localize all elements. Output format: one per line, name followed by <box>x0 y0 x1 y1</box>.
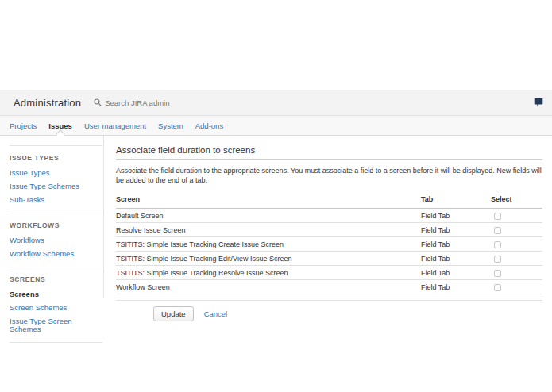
tab-cell: Field Tab <box>421 252 491 266</box>
tab-cell: Field Tab <box>421 280 491 294</box>
table-header-row: Screen Tab Select <box>116 192 542 209</box>
tab-projects[interactable]: Projects <box>10 121 37 130</box>
sidebar: ISSUE TYPES Issue Types Issue Type Schem… <box>10 145 102 343</box>
sidebar-section-workflows: WORKFLOWS Workflows Workflow Schemes <box>10 213 102 267</box>
feedback-button[interactable] <box>534 98 543 107</box>
sidebar-heading-issue-types: ISSUE TYPES <box>10 154 102 162</box>
table-row: Default Screen Field Tab <box>116 209 542 223</box>
select-checkbox[interactable] <box>494 270 501 277</box>
select-checkbox[interactable] <box>494 213 501 220</box>
screens-table: Screen Tab Select Default Screen Field T… <box>116 192 542 294</box>
page-title: Administration <box>14 97 81 109</box>
sidebar-section-screens: SCREENS Screens Screen Schemes Issue Typ… <box>10 267 102 343</box>
content-title: Associate field duration to screens <box>116 143 542 160</box>
select-cell <box>491 209 542 223</box>
tab-cell: Field Tab <box>421 237 491 252</box>
col-header-tab: Tab <box>421 192 491 209</box>
sidebar-item-workflow-schemes[interactable]: Workflow Schemes <box>10 250 102 258</box>
tab-add-ons[interactable]: Add-ons <box>195 121 223 130</box>
sidebar-item-workflows[interactable]: Workflows <box>10 236 102 244</box>
screen-name-cell: TSITITS: Simple Issue Tracking Create Is… <box>116 237 421 252</box>
sidebar-item-sub-tasks[interactable]: Sub-Tasks <box>10 196 102 204</box>
select-cell <box>491 252 542 266</box>
search-input[interactable] <box>105 98 224 107</box>
select-checkbox[interactable] <box>494 241 501 248</box>
sidebar-heading-screens: SCREENS <box>10 275 102 283</box>
sidebar-heading-workflows: WORKFLOWS <box>10 221 102 229</box>
update-button[interactable]: Update <box>153 306 194 321</box>
jira-admin-page: Administration Projects Issues User mana… <box>0 0 552 392</box>
select-cell <box>491 223 542 237</box>
sidebar-section-issue-types: ISSUE TYPES Issue Types Issue Type Schem… <box>10 146 102 213</box>
screen-name-cell: TSITITS: Simple Issue Tracking Edit/View… <box>116 252 421 266</box>
select-checkbox[interactable] <box>494 284 501 291</box>
table-row: Resolve Issue Screen Field Tab <box>116 223 542 237</box>
table-row: TSITITS: Simple Issue Tracking Create Is… <box>116 237 542 252</box>
sidebar-item-screens[interactable]: Screens <box>10 290 102 298</box>
tab-cell: Field Tab <box>421 223 491 237</box>
screen-name-cell: Workflow Screen <box>116 280 421 294</box>
table-row: TSITITS: Simple Issue Tracking Resolve I… <box>116 266 542 280</box>
tab-user-management[interactable]: User management <box>84 121 146 130</box>
screen-name-cell: Resolve Issue Screen <box>116 223 421 237</box>
tab-system[interactable]: System <box>158 121 183 130</box>
sidebar-item-screen-schemes[interactable]: Screen Schemes <box>10 304 102 312</box>
admin-nav: Projects Issues User management System A… <box>0 116 552 136</box>
select-cell <box>491 266 542 280</box>
form-divider <box>116 300 542 301</box>
tab-issues[interactable]: Issues <box>48 121 72 130</box>
feedback-bubble-icon <box>534 98 543 107</box>
select-cell <box>491 280 542 294</box>
select-checkbox[interactable] <box>494 227 501 234</box>
app-header: Administration <box>0 90 552 116</box>
screen-name-cell: Default Screen <box>116 209 421 223</box>
select-cell <box>491 237 542 252</box>
sidebar-item-issue-types[interactable]: Issue Types <box>10 169 102 177</box>
content-description: Associate the field duration to the appr… <box>116 167 542 185</box>
select-checkbox[interactable] <box>494 256 501 263</box>
cancel-link[interactable]: Cancel <box>204 309 228 318</box>
sidebar-content-divider <box>103 136 104 298</box>
tab-cell: Field Tab <box>421 209 491 223</box>
tab-cell: Field Tab <box>421 266 491 280</box>
sidebar-item-issue-type-screen-schemes[interactable]: Issue Type Screen Schemes <box>10 317 102 333</box>
col-header-select: Select <box>491 192 542 209</box>
table-row: Workflow Screen Field Tab <box>116 280 542 294</box>
search-icon <box>94 98 102 106</box>
table-row: TSITITS: Simple Issue Tracking Edit/View… <box>116 252 542 266</box>
col-header-screen: Screen <box>116 192 421 209</box>
form-actions: Update Cancel <box>116 306 542 321</box>
screen-name-cell: TSITITS: Simple Issue Tracking Resolve I… <box>116 266 421 280</box>
main-content: Associate field duration to screens Asso… <box>116 143 542 321</box>
admin-search <box>94 98 224 107</box>
sidebar-item-issue-type-schemes[interactable]: Issue Type Schemes <box>10 183 102 190</box>
